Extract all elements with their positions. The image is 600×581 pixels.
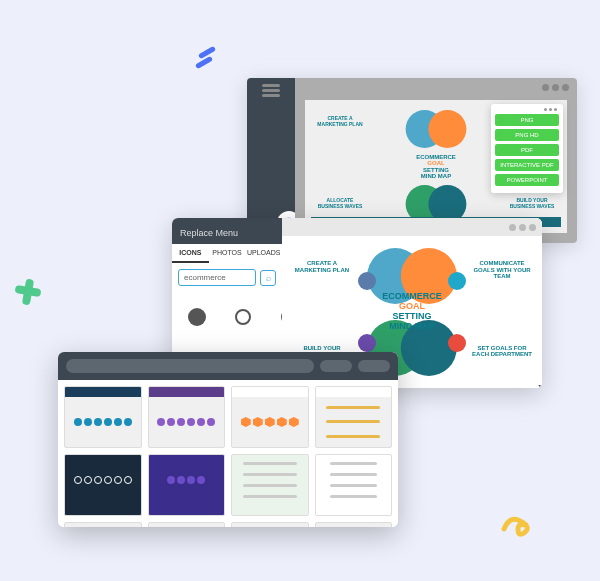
diagram-label: ALLOCATE BUSINESS WAVES [315,198,365,209]
template-thumbnail[interactable] [231,386,309,448]
template-thumbnail[interactable] [231,522,309,527]
template-grid [58,380,398,527]
diagram-label: COMMUNICATE GOALS WITH YOUR TEAM [472,260,532,280]
template-thumbnail[interactable] [231,454,309,516]
templates-toolbar [58,352,398,380]
tab-icons[interactable]: ICONS [172,244,209,263]
search-input[interactable]: ecommerce [178,269,256,286]
template-thumbnail[interactable] [315,386,393,448]
decoration-lines [195,48,219,72]
template-thumbnail[interactable] [148,386,226,448]
template-thumbnail[interactable] [64,522,142,527]
decoration-swirl [500,507,538,539]
replace-menu-title: Replace Menu [172,218,282,244]
export-option-png[interactable]: PNG [495,114,559,126]
export-option-ipdf[interactable]: INTERACTIVE PDF [495,159,559,171]
diagram-title-l3: SETTING [416,167,456,174]
export-option-ppt[interactable]: POWERPOINT [495,174,559,186]
export-option-pnghd[interactable]: PNG HD [495,129,559,141]
icon-circle-outline[interactable] [222,296,264,338]
diagram-label: BUILD YOUR BUSINESS WAVES [507,198,557,209]
diagram-label: CREATE A MARKETING PLAN [315,116,365,127]
toolbar-pill[interactable] [320,360,352,372]
diagram-title-l1: ECOMMERCE [416,153,456,160]
window-controls [542,84,569,91]
template-thumbnail[interactable] [315,522,393,527]
icon-circle-filled[interactable] [176,296,218,338]
templates-window [58,352,398,527]
decoration-plus [10,275,46,311]
diagram-label: SET GOALS FOR EACH DEPARTMENT [472,345,532,358]
template-thumbnail[interactable] [148,454,226,516]
toolbar-pill[interactable] [358,360,390,372]
diagram-title-l4: MIND MAP [416,173,456,180]
diagram-title-l4: MIND MAP [382,322,442,332]
tab-photos[interactable]: PHOTOS [209,244,246,263]
tab-uploads[interactable]: UPLOADS [245,244,282,263]
template-thumbnail[interactable] [64,454,142,516]
template-thumbnail[interactable] [148,522,226,527]
template-thumbnail[interactable] [315,454,393,516]
window-controls [282,218,542,236]
template-thumbnail[interactable] [64,386,142,448]
diagram-label: CREATE A MARKETING PLAN [292,260,352,273]
template-search[interactable] [66,359,314,373]
export-menu: PNG PNG HD PDF INTERACTIVE PDF POWERPOIN… [491,104,563,193]
export-option-pdf[interactable]: PDF [495,144,559,156]
search-icon[interactable]: ⌕ [260,270,276,286]
diagram-title-l2: GOAL [416,160,456,167]
